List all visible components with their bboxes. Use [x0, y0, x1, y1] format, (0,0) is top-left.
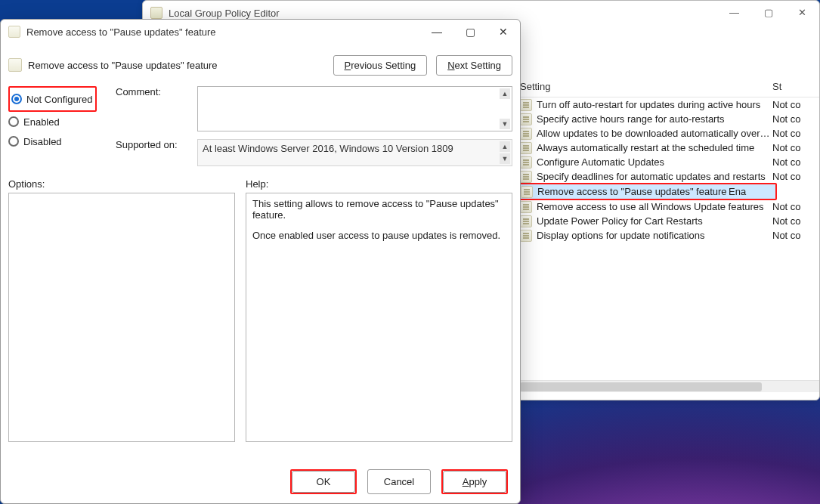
help-panel: This setting allows to remove access to …: [246, 193, 512, 442]
policy-icon: [8, 26, 20, 38]
supported-on-text: At least Windows Server 2016, Windows 10…: [197, 139, 512, 166]
setting-name: Configure Automatic Updates: [537, 156, 772, 168]
setting-state: Not co: [772, 201, 816, 212]
gpe-title: Local Group Policy Editor: [169, 8, 280, 19]
setting-state: Ena: [729, 186, 772, 197]
gpe-app-icon: [150, 7, 162, 19]
radio-icon: [8, 136, 19, 147]
settings-row[interactable]: Always automatically restart at the sche…: [517, 141, 819, 155]
scroll-down-icon[interactable]: ▼: [500, 119, 510, 129]
setting-state: Not co: [772, 215, 816, 227]
horizontal-scrollbar[interactable]: [517, 380, 819, 392]
dialog-minimize-button[interactable]: —: [420, 20, 453, 44]
scroll-down-icon[interactable]: ▼: [500, 153, 510, 164]
col-state[interactable]: St: [772, 81, 816, 92]
supported-on-label: Supported on:: [116, 139, 191, 150]
settings-row[interactable]: Display options for update notifications…: [517, 228, 819, 243]
scrollbar-thumb[interactable]: [520, 382, 762, 391]
settings-row[interactable]: Specify deadlines for automatic updates …: [517, 169, 819, 184]
setting-state: Not co: [772, 171, 816, 182]
settings-row[interactable]: Allow updates to be downloaded automatic…: [517, 126, 819, 141]
help-label: Help:: [246, 178, 512, 190]
help-paragraph: This setting allows to remove access to …: [252, 198, 506, 221]
policy-item-icon: [520, 113, 532, 125]
policy-header-icon: [8, 58, 22, 72]
setting-name: Remove access to use all Windows Update …: [537, 201, 772, 212]
comment-label: Comment:: [116, 86, 191, 97]
radio-icon: [11, 94, 22, 104]
setting-name: Turn off auto-restart for updates during…: [537, 99, 772, 110]
setting-state: Not co: [772, 230, 816, 241]
setting-name: Specify deadlines for automatic updates …: [537, 171, 772, 182]
gpe-maximize-button[interactable]: ▢: [751, 1, 785, 23]
policy-item-icon: [520, 230, 532, 242]
setting-name: Update Power Policy for Cart Restarts: [537, 215, 772, 227]
settings-list-header[interactable]: Setting St: [517, 76, 819, 97]
options-panel: [8, 193, 235, 442]
settings-row[interactable]: Specify active hours range for auto-rest…: [517, 112, 819, 126]
policy-item-icon: [520, 201, 532, 213]
comment-textarea[interactable]: ▲ ▼: [197, 86, 512, 131]
setting-name: Always automatically restart at the sche…: [537, 142, 772, 153]
policy-item-icon: [520, 128, 532, 140]
setting-name: Specify active hours range for auto-rest…: [537, 113, 772, 125]
dialog-close-button[interactable]: ✕: [487, 20, 520, 44]
dialog-title: Remove access to "Pause updates" feature: [26, 26, 216, 38]
radio-disabled[interactable]: Disabled: [8, 131, 107, 151]
radio-icon: [8, 116, 19, 127]
next-setting-button[interactable]: Next Setting: [436, 55, 512, 76]
policy-item-icon: [520, 215, 532, 227]
policy-item-icon: [520, 142, 532, 154]
gpe-close-button[interactable]: ✕: [785, 1, 819, 23]
setting-name: Display options for update notifications: [537, 230, 772, 241]
radio-not-configured[interactable]: Not Configured: [11, 89, 92, 109]
settings-row[interactable]: Remove access to "Pause updates" feature…: [518, 184, 775, 199]
help-paragraph: Once enabled user access to pause update…: [252, 230, 506, 241]
settings-row[interactable]: Configure Automatic UpdatesNot co: [517, 155, 819, 169]
cancel-button[interactable]: Cancel: [367, 469, 431, 494]
scroll-up-icon[interactable]: ▲: [500, 88, 510, 99]
settings-row[interactable]: Remove access to use all Windows Update …: [517, 199, 819, 214]
apply-button[interactable]: Apply: [443, 471, 506, 493]
ok-button[interactable]: OK: [292, 471, 355, 493]
setting-name: Allow updates to be downloaded automatic…: [537, 128, 772, 139]
policy-item-icon: [521, 186, 533, 198]
dialog-maximize-button[interactable]: ▢: [453, 20, 487, 44]
policy-item-icon: [520, 99, 532, 111]
gpe-minimize-button[interactable]: —: [717, 1, 751, 23]
options-label: Options:: [8, 178, 235, 190]
policy-settings-dialog: Remove access to "Pause updates" feature…: [0, 19, 521, 504]
setting-state: Not co: [772, 156, 816, 168]
settings-row[interactable]: Update Power Policy for Cart RestartsNot…: [517, 214, 819, 228]
setting-state: Not co: [772, 99, 816, 110]
policy-item-icon: [520, 156, 532, 169]
radio-enabled[interactable]: Enabled: [8, 112, 107, 131]
settings-row[interactable]: Turn off auto-restart for updates during…: [517, 97, 819, 112]
setting-state: Not co: [772, 113, 816, 125]
scroll-up-icon[interactable]: ▲: [500, 141, 510, 152]
setting-state: Not co: [772, 128, 816, 139]
setting-state: Not co: [772, 142, 816, 153]
setting-name: Remove access to "Pause updates" feature: [537, 186, 729, 197]
policy-item-icon: [520, 171, 532, 183]
previous-setting-button[interactable]: Previous Setting: [333, 55, 428, 76]
policy-name: Remove access to "Pause updates" feature: [28, 60, 333, 71]
col-setting[interactable]: Setting: [520, 81, 772, 92]
settings-list: Setting St Turn off auto-restart for upd…: [517, 76, 819, 243]
